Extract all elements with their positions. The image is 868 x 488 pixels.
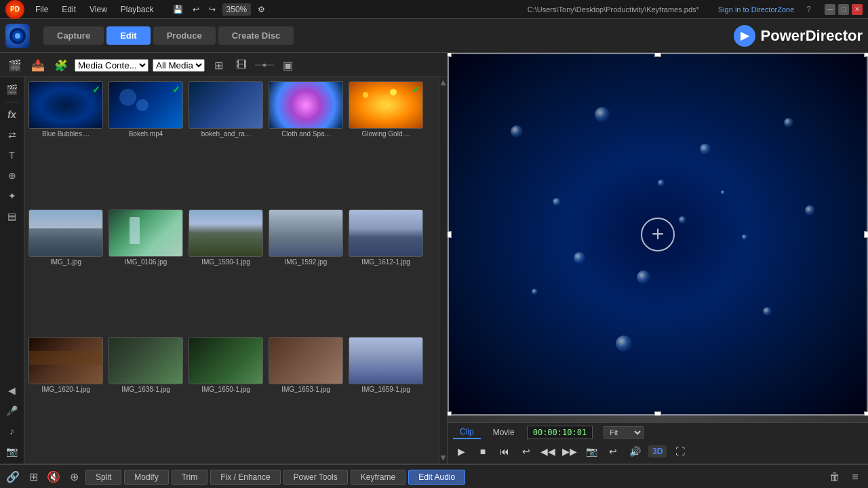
help-icon[interactable]: ? (806, 5, 811, 14)
preferences-icon[interactable]: ⚙ (255, 3, 268, 16)
particle-icon[interactable]: ✦ (3, 186, 22, 205)
handle-mr[interactable] (864, 231, 868, 238)
media-item-img1659[interactable]: IMG_1659-1.jpg (349, 337, 423, 460)
loop-button[interactable]: ↩ (605, 443, 621, 460)
overlay-icon[interactable]: ⊕ (3, 166, 22, 185)
media-item-img1590[interactable]: IMG_1590-1.jpg (189, 209, 263, 332)
undo-icon[interactable]: ↩ (190, 3, 202, 16)
collapse-panel-icon[interactable]: ◀ (3, 381, 22, 400)
handle-bm[interactable] (654, 411, 661, 415)
rewind-button[interactable]: ◀◀ (540, 443, 556, 460)
template-icon[interactable]: ▤ (3, 207, 22, 226)
media-item-img1638[interactable]: IMG_1638-1.jpg (108, 337, 183, 460)
handle-tm[interactable] (654, 53, 661, 57)
zoom-fit-icon[interactable]: ⊞ (24, 468, 42, 486)
close-button[interactable]: ✕ (852, 4, 863, 15)
tab-capture[interactable]: Capture (43, 26, 104, 45)
fix-enhance-button[interactable]: Fix / Enhance (210, 470, 280, 485)
preview-hscroll[interactable] (448, 415, 868, 422)
stop-button[interactable]: ■ (475, 443, 491, 460)
snap-icon[interactable]: 🔗 (4, 468, 22, 486)
settings-label[interactable]: 350% (222, 3, 252, 16)
handle-bl[interactable] (448, 411, 452, 415)
modify-button[interactable]: Modify (124, 470, 168, 485)
mark-in-button[interactable]: ↩ (518, 443, 534, 460)
media-item-img1612[interactable]: IMG_1612-1.jpg (349, 209, 423, 332)
media-item-img1620[interactable]: IMG_1620-1.jpg (28, 337, 103, 460)
more-options-icon[interactable]: ≡ (846, 468, 864, 486)
media-type-select[interactable]: Media Conte... (75, 59, 149, 72)
media-item-bokeh-ra[interactable]: bokeh_and_ra... (189, 81, 263, 204)
view-icon[interactable]: ▣ (278, 56, 297, 75)
media-item-img1592[interactable]: IMG_1592.jpg (269, 209, 343, 332)
handle-tl[interactable] (448, 53, 452, 57)
menu-bar: PD File Edit View Playback 💾 ↩ ↪ 350% ⚙ … (0, 0, 868, 19)
media-item-blue-bubbles[interactable]: ✓ Blue Bubbles.... (28, 81, 103, 204)
3d-button[interactable]: 3D (648, 445, 667, 458)
timeline-zoom-icon[interactable]: ⊕ (65, 468, 83, 486)
fit-select[interactable]: Fit 100% 150% (604, 426, 644, 439)
snapshot-button[interactable]: 📷 (583, 443, 599, 460)
handle-br[interactable] (864, 411, 868, 415)
timeline-toolbar: 🔗 ⊞ 🔇 ⊕ Split Modify Trim Fix / Enhance … (0, 465, 868, 488)
scroll-down-icon[interactable] (441, 455, 446, 461)
film-view-icon[interactable]: 🎞 (232, 56, 251, 75)
menu-edit[interactable]: Edit (59, 3, 79, 16)
svg-point-4 (263, 64, 267, 67)
handle-tr[interactable] (864, 53, 868, 57)
music-icon[interactable]: ♪ (3, 422, 22, 441)
menu-view[interactable]: View (87, 3, 110, 16)
fast-forward-button[interactable]: ▶▶ (561, 443, 578, 460)
tab-produce[interactable]: Produce (153, 26, 216, 45)
tab-edit[interactable]: Edit (106, 26, 151, 45)
fx-icon[interactable]: fx (3, 105, 22, 124)
media-item-cloth[interactable]: Cloth and Spa... (269, 81, 343, 204)
handle-ml[interactable] (448, 231, 452, 238)
transition-icon[interactable]: ⇄ (3, 125, 22, 144)
mute-icon[interactable]: 🔇 (45, 468, 62, 486)
snapshot-icon[interactable]: 📷 (3, 442, 22, 461)
play-button[interactable]: ▶ (453, 443, 469, 460)
media-item-img1[interactable]: IMG_1.jpg (28, 209, 103, 332)
clip-tab[interactable]: Clip (453, 426, 481, 439)
sign-in-link[interactable]: Sign in to DirectorZone (718, 5, 795, 14)
svg-point-2 (15, 33, 20, 39)
edit-audio-button[interactable]: Edit Audio (408, 470, 465, 485)
media-item-img1650[interactable]: IMG_1650-1.jpg (189, 337, 263, 460)
save-icon[interactable]: 💾 (170, 3, 186, 16)
split-button[interactable]: Split (85, 470, 121, 485)
slider-icon[interactable] (255, 56, 274, 75)
keyframe-button[interactable]: Keyframe (351, 470, 406, 485)
media-scrollbar[interactable] (439, 77, 447, 464)
media-item-img1653[interactable]: IMG_1653-1.jpg (269, 337, 343, 460)
title-icon[interactable]: T (3, 146, 22, 165)
media-item-bokeh-mp4[interactable]: ✓ Bokeh.mp4 (108, 81, 183, 204)
delete-icon[interactable]: 🗑 (826, 468, 844, 486)
audio-button[interactable]: 🔊 (627, 443, 643, 460)
media-item-img0106[interactable]: IMG_0106.jpg (108, 209, 183, 332)
menu-playback[interactable]: Playback (118, 3, 157, 16)
maximize-button[interactable]: □ (838, 4, 849, 15)
app-logo: PD (5, 0, 24, 19)
puzzle-icon[interactable]: 🧩 (52, 56, 71, 75)
fullscreen-button[interactable]: ⛶ (672, 443, 688, 460)
import-icon[interactable]: 📥 (28, 56, 47, 75)
app-name: ▶ PowerDirector (734, 25, 863, 47)
minimize-button[interactable]: — (825, 4, 835, 15)
app-icon (5, 24, 30, 48)
grid-view-icon[interactable]: ⊞ (209, 56, 228, 75)
mic-icon[interactable]: 🎤 (3, 401, 22, 420)
tab-create-disc[interactable]: Create Disc (218, 26, 294, 45)
app-name-icon: ▶ (734, 25, 755, 47)
media-item-glowing-gold[interactable]: ✓ Glowing Gold.... (349, 81, 423, 204)
all-media-select[interactable]: All Media (153, 59, 205, 72)
scroll-up-icon[interactable] (441, 80, 446, 85)
media-library-icon[interactable]: 🎬 (3, 80, 22, 99)
movie-tab[interactable]: Movie (486, 426, 521, 439)
power-tools-button[interactable]: Power Tools (283, 470, 348, 485)
menu-file[interactable]: File (33, 3, 51, 16)
redo-icon[interactable]: ↪ (206, 3, 218, 16)
trim-button[interactable]: Trim (172, 470, 208, 485)
prev-frame-button[interactable]: ⏮ (496, 443, 513, 460)
media-icon[interactable]: 🎬 (5, 56, 24, 75)
